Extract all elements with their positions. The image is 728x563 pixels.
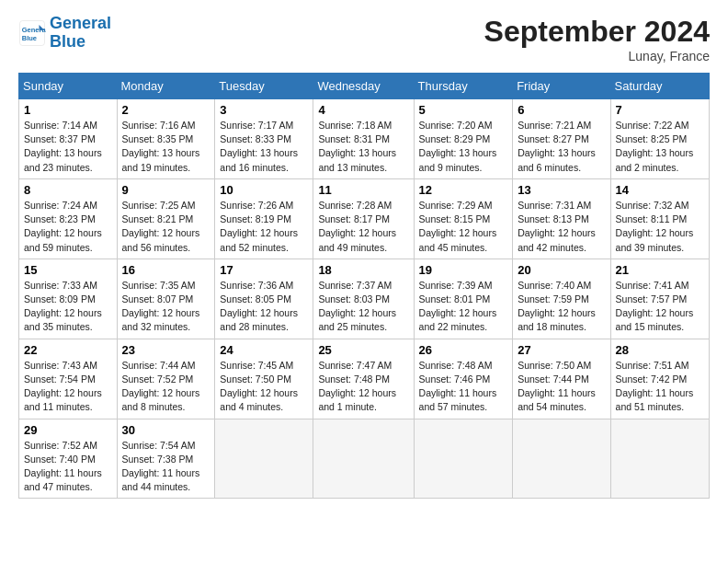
calendar-cell: 15Sunrise: 7:33 AM Sunset: 8:09 PM Dayli… — [19, 259, 118, 339]
day-number: 15 — [24, 263, 112, 277]
calendar-cell: 27Sunrise: 7:50 AM Sunset: 7:44 PM Dayli… — [513, 339, 610, 419]
calendar-cell: 2Sunrise: 7:16 AM Sunset: 8:35 PM Daylig… — [117, 99, 215, 179]
col-header-sunday: Sunday — [19, 74, 118, 99]
calendar-week-5: 29Sunrise: 7:52 AM Sunset: 7:40 PM Dayli… — [19, 419, 710, 499]
month-title: September 2024 — [484, 15, 710, 49]
day-info: Sunrise: 7:31 AM Sunset: 8:13 PM Dayligh… — [518, 199, 605, 255]
calendar-cell: 19Sunrise: 7:39 AM Sunset: 8:01 PM Dayli… — [414, 259, 513, 339]
day-number: 6 — [518, 103, 605, 117]
day-number: 4 — [318, 103, 408, 117]
calendar-cell: 1Sunrise: 7:14 AM Sunset: 8:37 PM Daylig… — [19, 99, 118, 179]
calendar-week-2: 8Sunrise: 7:24 AM Sunset: 8:23 PM Daylig… — [19, 178, 710, 259]
day-info: Sunrise: 7:47 AM Sunset: 7:48 PM Dayligh… — [318, 359, 408, 415]
day-info: Sunrise: 7:35 AM Sunset: 8:07 PM Dayligh… — [122, 279, 210, 335]
calendar-cell: 20Sunrise: 7:40 AM Sunset: 7:59 PM Dayli… — [513, 259, 610, 339]
calendar-week-3: 15Sunrise: 7:33 AM Sunset: 8:09 PM Dayli… — [19, 259, 710, 339]
day-number: 7 — [616, 103, 704, 117]
day-number: 3 — [220, 103, 308, 117]
day-info: Sunrise: 7:39 AM Sunset: 8:01 PM Dayligh… — [419, 279, 508, 335]
day-info: Sunrise: 7:24 AM Sunset: 8:23 PM Dayligh… — [24, 199, 112, 255]
day-number: 25 — [318, 343, 408, 357]
svg-text:Blue: Blue — [22, 33, 37, 41]
day-info: Sunrise: 7:16 AM Sunset: 8:35 PM Dayligh… — [122, 119, 210, 175]
day-info: Sunrise: 7:52 AM Sunset: 7:40 PM Dayligh… — [24, 439, 112, 495]
day-number: 18 — [318, 263, 408, 277]
calendar-cell: 3Sunrise: 7:17 AM Sunset: 8:33 PM Daylig… — [215, 99, 313, 179]
calendar-cell — [313, 419, 414, 499]
calendar-cell: 30Sunrise: 7:54 AM Sunset: 7:38 PM Dayli… — [117, 419, 215, 499]
day-info: Sunrise: 7:45 AM Sunset: 7:50 PM Dayligh… — [220, 359, 308, 415]
location: Lunay, France — [484, 49, 710, 63]
day-info: Sunrise: 7:20 AM Sunset: 8:29 PM Dayligh… — [419, 119, 508, 175]
day-number: 8 — [24, 183, 112, 197]
calendar-cell: 26Sunrise: 7:48 AM Sunset: 7:46 PM Dayli… — [414, 339, 513, 419]
calendar-cell: 14Sunrise: 7:32 AM Sunset: 8:11 PM Dayli… — [610, 178, 709, 259]
day-number: 12 — [419, 183, 508, 197]
calendar-cell: 7Sunrise: 7:22 AM Sunset: 8:25 PM Daylig… — [610, 99, 709, 179]
calendar-cell: 4Sunrise: 7:18 AM Sunset: 8:31 PM Daylig… — [313, 99, 414, 179]
calendar-cell — [215, 419, 313, 499]
day-number: 5 — [419, 103, 508, 117]
day-info: Sunrise: 7:28 AM Sunset: 8:17 PM Dayligh… — [318, 199, 408, 255]
day-info: Sunrise: 7:37 AM Sunset: 8:03 PM Dayligh… — [318, 279, 408, 335]
day-info: Sunrise: 7:32 AM Sunset: 8:11 PM Dayligh… — [616, 199, 704, 255]
day-number: 14 — [616, 183, 704, 197]
day-number: 26 — [419, 343, 508, 357]
day-number: 29 — [24, 423, 112, 437]
page-container: General Blue GeneralBlue September 2024 … — [0, 0, 728, 508]
day-number: 27 — [518, 343, 605, 357]
title-block: September 2024 Lunay, France — [484, 15, 710, 63]
day-number: 1 — [24, 103, 112, 117]
calendar-cell: 5Sunrise: 7:20 AM Sunset: 8:29 PM Daylig… — [414, 99, 513, 179]
calendar-cell: 6Sunrise: 7:21 AM Sunset: 8:27 PM Daylig… — [513, 99, 610, 179]
calendar-cell: 13Sunrise: 7:31 AM Sunset: 8:13 PM Dayli… — [513, 178, 610, 259]
calendar-cell: 18Sunrise: 7:37 AM Sunset: 8:03 PM Dayli… — [313, 259, 414, 339]
calendar-cell: 29Sunrise: 7:52 AM Sunset: 7:40 PM Dayli… — [19, 419, 118, 499]
day-info: Sunrise: 7:21 AM Sunset: 8:27 PM Dayligh… — [518, 119, 605, 175]
day-number: 30 — [122, 423, 210, 437]
day-info: Sunrise: 7:36 AM Sunset: 8:05 PM Dayligh… — [220, 279, 308, 335]
calendar-cell: 12Sunrise: 7:29 AM Sunset: 8:15 PM Dayli… — [414, 178, 513, 259]
day-info: Sunrise: 7:14 AM Sunset: 8:37 PM Dayligh… — [24, 119, 112, 175]
col-header-friday: Friday — [513, 74, 610, 99]
day-info: Sunrise: 7:25 AM Sunset: 8:21 PM Dayligh… — [122, 199, 210, 255]
calendar-cell — [610, 419, 709, 499]
day-number: 11 — [318, 183, 408, 197]
day-number: 16 — [122, 263, 210, 277]
day-info: Sunrise: 7:40 AM Sunset: 7:59 PM Dayligh… — [518, 279, 605, 335]
day-info: Sunrise: 7:18 AM Sunset: 8:31 PM Dayligh… — [318, 119, 408, 175]
col-header-tuesday: Tuesday — [215, 74, 313, 99]
day-number: 17 — [220, 263, 308, 277]
col-header-monday: Monday — [117, 74, 215, 99]
header: General Blue GeneralBlue September 2024 … — [18, 15, 710, 63]
day-info: Sunrise: 7:48 AM Sunset: 7:46 PM Dayligh… — [419, 359, 508, 415]
day-number: 22 — [24, 343, 112, 357]
calendar-cell — [513, 419, 610, 499]
day-number: 10 — [220, 183, 308, 197]
calendar-week-1: 1Sunrise: 7:14 AM Sunset: 8:37 PM Daylig… — [19, 99, 710, 179]
calendar-cell — [414, 419, 513, 499]
day-number: 2 — [122, 103, 210, 117]
day-info: Sunrise: 7:41 AM Sunset: 7:57 PM Dayligh… — [616, 279, 704, 335]
calendar-week-4: 22Sunrise: 7:43 AM Sunset: 7:54 PM Dayli… — [19, 339, 710, 419]
day-info: Sunrise: 7:29 AM Sunset: 8:15 PM Dayligh… — [419, 199, 508, 255]
day-number: 19 — [419, 263, 508, 277]
day-info: Sunrise: 7:43 AM Sunset: 7:54 PM Dayligh… — [24, 359, 112, 415]
day-info: Sunrise: 7:22 AM Sunset: 8:25 PM Dayligh… — [616, 119, 704, 175]
day-info: Sunrise: 7:33 AM Sunset: 8:09 PM Dayligh… — [24, 279, 112, 335]
day-number: 28 — [616, 343, 704, 357]
calendar-cell: 16Sunrise: 7:35 AM Sunset: 8:07 PM Dayli… — [117, 259, 215, 339]
calendar-cell: 21Sunrise: 7:41 AM Sunset: 7:57 PM Dayli… — [610, 259, 709, 339]
day-number: 13 — [518, 183, 605, 197]
col-header-wednesday: Wednesday — [313, 74, 414, 99]
day-number: 21 — [616, 263, 704, 277]
calendar-cell: 8Sunrise: 7:24 AM Sunset: 8:23 PM Daylig… — [19, 178, 118, 259]
calendar-cell: 24Sunrise: 7:45 AM Sunset: 7:50 PM Dayli… — [215, 339, 313, 419]
calendar-cell: 28Sunrise: 7:51 AM Sunset: 7:42 PM Dayli… — [610, 339, 709, 419]
calendar-cell: 25Sunrise: 7:47 AM Sunset: 7:48 PM Dayli… — [313, 339, 414, 419]
day-info: Sunrise: 7:26 AM Sunset: 8:19 PM Dayligh… — [220, 199, 308, 255]
calendar-header-row: SundayMondayTuesdayWednesdayThursdayFrid… — [19, 74, 710, 99]
col-header-thursday: Thursday — [414, 74, 513, 99]
calendar-cell: 9Sunrise: 7:25 AM Sunset: 8:21 PM Daylig… — [117, 178, 215, 259]
day-number: 24 — [220, 343, 308, 357]
